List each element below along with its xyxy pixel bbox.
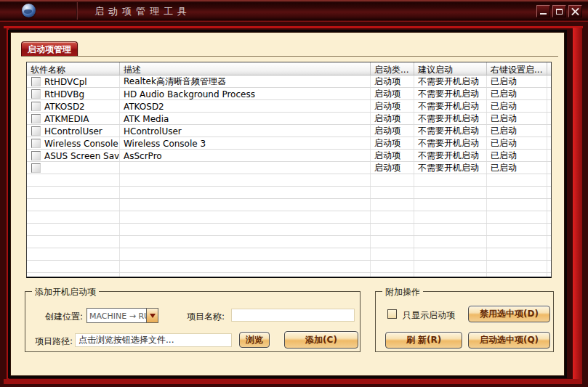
spacer-cell	[547, 199, 551, 211]
software-name-cell	[27, 199, 120, 211]
table-empty-row	[27, 261, 551, 273]
suggestion-cell	[414, 273, 487, 278]
suggestion-cell	[414, 187, 487, 198]
add-button[interactable]: 添加(C)	[284, 331, 358, 349]
frame-accent-top	[4, 26, 583, 28]
table-row[interactable]: ATKMEDIAATK Media启动项不需要开机启动已启动	[27, 113, 551, 125]
row-checkbox[interactable]	[31, 102, 41, 111]
status-cell: 已启动	[487, 88, 547, 99]
status-cell	[487, 199, 547, 211]
row-checkbox[interactable]	[31, 151, 41, 160]
titlebar: 启动项管理工具	[0, 0, 588, 22]
row-checkbox[interactable]	[31, 114, 41, 123]
column-header-startup-type[interactable]: 启动类...	[371, 62, 414, 75]
column-header-spacer	[547, 62, 551, 75]
table-row[interactable]: RtHDVCplRealtek高清晰音频管理器启动项不需要开机启动已启动	[27, 76, 551, 88]
startup-items-table: 软件名称 描述 启动类... 建议启动 右键设置启... RtHDVCplRea…	[26, 62, 552, 278]
start-selected-button[interactable]: 启动选中项(Q)	[468, 332, 550, 349]
column-header-software-name[interactable]: 软件名称	[27, 62, 120, 75]
suggestion-cell	[414, 236, 487, 248]
row-checkbox[interactable]	[31, 163, 41, 173]
column-header-rightclick-setting[interactable]: 右键设置启...	[487, 62, 547, 75]
table-row[interactable]: 启动项不需要开机启动已启动	[27, 162, 551, 174]
titlebar-divider	[76, 2, 78, 20]
table-body: RtHDVCplRealtek高清晰音频管理器启动项不需要开机启动已启动RtHD…	[27, 76, 551, 278]
startup-type-cell	[371, 199, 414, 211]
table-row[interactable]: ASUS Screen Saver...AsScrPro启动项不需要开机启动已启…	[27, 150, 551, 162]
frame-accent-bottom	[4, 379, 582, 384]
spacer-cell	[547, 113, 551, 124]
tab-startup-management[interactable]: 启动项管理	[21, 41, 78, 56]
startup-type-cell: 启动项	[371, 125, 414, 137]
frame-accent-left	[7, 28, 9, 383]
spacer-cell	[547, 248, 551, 260]
spacer-cell	[547, 76, 551, 87]
close-button[interactable]	[568, 5, 582, 17]
software-name-cell: RtHDVCpl	[27, 76, 120, 87]
row-checkbox[interactable]	[31, 89, 41, 99]
suggestion-cell: 不需要开机启动	[414, 137, 487, 149]
spacer-cell	[547, 88, 551, 99]
status-cell	[487, 224, 547, 235]
suggestion-cell: 不需要开机启动	[414, 113, 487, 124]
description-cell: HControlUser	[120, 125, 371, 137]
tab-strip-line	[21, 56, 558, 57]
startup-type-cell	[371, 174, 414, 186]
row-checkbox[interactable]	[31, 126, 41, 136]
table-row[interactable]: HControlUserHControlUser启动项不需要开机启动已启动	[27, 125, 551, 137]
item-name-label: 项目名称:	[187, 311, 225, 323]
minimize-button[interactable]	[536, 5, 550, 17]
description-cell	[120, 187, 371, 198]
startup-type-cell: 启动项	[371, 162, 414, 174]
startup-type-cell	[371, 273, 414, 278]
column-header-description[interactable]: 描述	[120, 62, 371, 75]
description-cell: Wireless Console 3	[120, 137, 371, 149]
create-location-label: 创建位置:	[45, 311, 83, 323]
row-checkbox[interactable]	[31, 77, 41, 86]
software-name-cell	[27, 273, 120, 278]
status-cell	[487, 174, 547, 186]
description-cell: ATK Media	[120, 113, 371, 124]
table-empty-row	[27, 199, 551, 211]
description-cell: Realtek高清晰音频管理器	[120, 76, 371, 87]
spacer-cell	[547, 261, 551, 272]
item-path-label: 项目路径:	[35, 335, 73, 348]
column-header-suggestion[interactable]: 建议启动	[414, 62, 487, 75]
software-name-cell	[27, 261, 120, 272]
create-location-value: MACHINE → RUN	[87, 309, 146, 322]
suggestion-cell	[414, 174, 487, 186]
software-name: RtHDVBg	[44, 89, 84, 99]
software-name-cell	[27, 211, 120, 223]
table-empty-row	[27, 248, 551, 261]
software-name: RtHDVCpl	[44, 77, 87, 87]
table-row[interactable]: ATKOSD2ATKOSD2启动项不需要开机启动已启动	[27, 100, 551, 113]
table-header-row: 软件名称 描述 启动类... 建议启动 右键设置启...	[27, 62, 551, 76]
software-name: ATKOSD2	[44, 102, 85, 112]
suggestion-cell: 不需要开机启动	[414, 88, 487, 99]
item-name-input[interactable]	[231, 309, 355, 322]
show-only-startup-checkbox[interactable]	[387, 309, 397, 319]
maximize-button[interactable]	[552, 5, 566, 17]
chevron-down-icon	[150, 314, 156, 321]
table-empty-row	[27, 224, 551, 236]
maximize-icon	[556, 9, 563, 15]
status-cell	[487, 248, 547, 260]
dropdown-button[interactable]	[146, 309, 158, 322]
item-path-input[interactable]	[75, 333, 232, 347]
show-only-startup-label: 只显示启动项	[403, 309, 455, 322]
table-row[interactable]: Wireless Console 3Wireless Console 3启动项不…	[27, 137, 551, 150]
startup-type-cell: 启动项	[371, 76, 414, 87]
row-checkbox[interactable]	[31, 139, 41, 148]
create-location-select[interactable]: MACHINE → RUN	[86, 308, 158, 323]
extra-actions-group-title: 附加操作	[382, 286, 423, 298]
table-row[interactable]: RtHDVBgHD Audio Background Process启动项不需要…	[27, 88, 551, 100]
disable-selected-button[interactable]: 禁用选中项(D)	[468, 306, 550, 322]
software-name-cell	[27, 224, 120, 235]
suggestion-cell: 不需要开机启动	[414, 100, 487, 112]
software-name-cell: ASUS Screen Saver...	[27, 150, 120, 161]
spacer-cell	[547, 211, 551, 223]
spacer-cell	[547, 273, 551, 278]
startup-type-cell: 启动项	[371, 100, 414, 112]
browse-button[interactable]: 浏览	[239, 332, 270, 348]
refresh-button[interactable]: 刷 新(R)	[385, 332, 462, 349]
